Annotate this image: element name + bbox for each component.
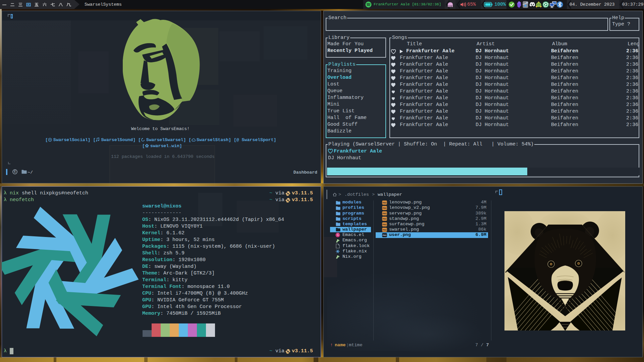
svg-text:PNG: PNG bbox=[383, 229, 387, 231]
svg-text:PNG: PNG bbox=[383, 234, 387, 236]
svg-text:PNG: PNG bbox=[383, 218, 387, 220]
svg-text:PNG: PNG bbox=[383, 202, 387, 204]
svg-text:PNG: PNG bbox=[383, 224, 387, 226]
svg-text:PNG: PNG bbox=[383, 213, 387, 215]
svg-text:PNG: PNG bbox=[383, 207, 387, 209]
